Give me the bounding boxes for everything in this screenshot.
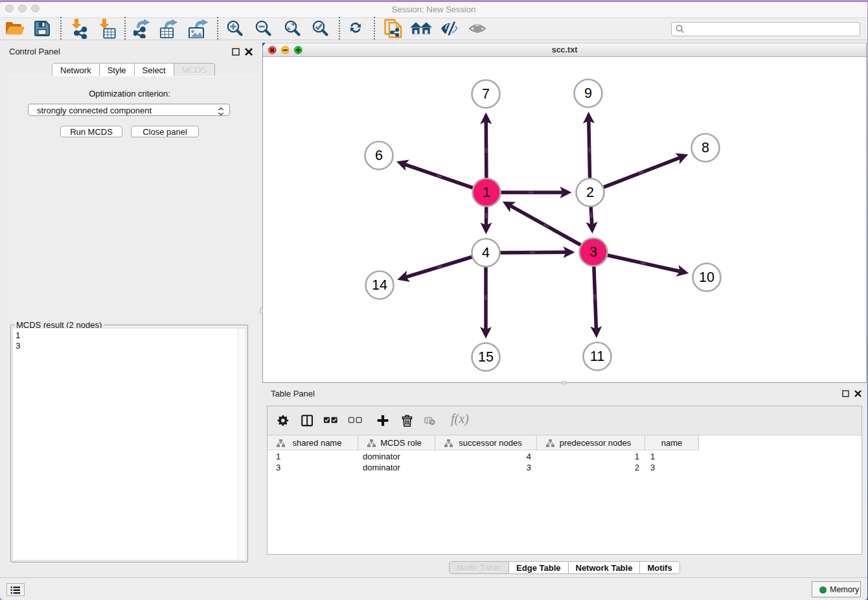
svg-text:15: 15	[478, 349, 494, 365]
svg-text:8: 8	[702, 140, 709, 156]
svg-text:10: 10	[699, 270, 714, 285]
svg-text:4: 4	[482, 245, 490, 260]
svg-text:7: 7	[482, 86, 490, 102]
svg-text:14: 14	[372, 277, 387, 293]
svg-text:9: 9	[584, 86, 592, 101]
svg-text:1: 1	[483, 185, 490, 200]
svg-text:6: 6	[375, 148, 383, 163]
svg-text:3: 3	[589, 244, 597, 260]
svg-text:2: 2	[586, 185, 594, 200]
svg-text:11: 11	[590, 349, 604, 364]
